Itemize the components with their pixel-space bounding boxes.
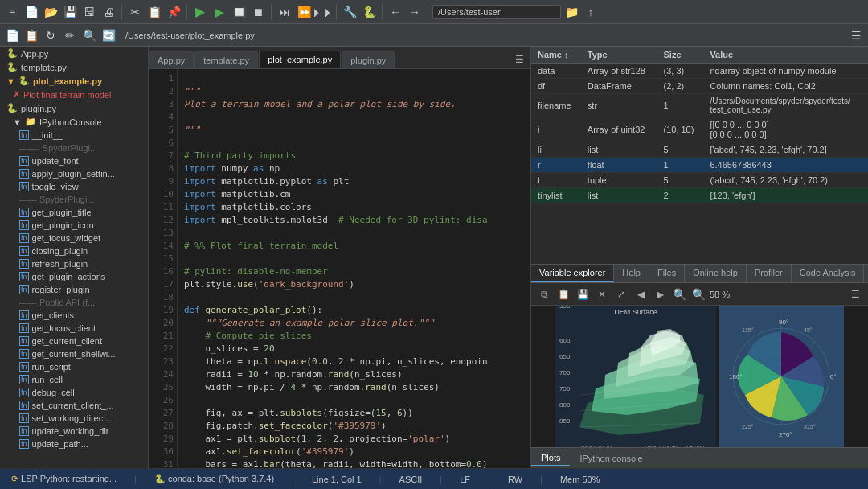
sidebar-item-get-actions[interactable]: fn get_plugin_actions [0, 270, 148, 283]
table-row[interactable]: data Array of str128 (3, 3) ndarray obje… [531, 64, 868, 79]
tab-profiler[interactable]: Profiler [747, 265, 792, 282]
cut-icon[interactable]: ✂ [126, 3, 144, 21]
sidebar-item-get-focus-client[interactable]: fn get_focus_client [0, 322, 148, 335]
tab-pluginpy[interactable]: plugin.py [342, 51, 395, 68]
sidebar-item-refresh[interactable]: fn refresh_plugin [0, 257, 148, 270]
sidebar-item-apply-plugin[interactable]: fn apply_plugin_settin... [0, 167, 148, 180]
sidebar-item-toggle-view[interactable]: fn toggle_view [0, 180, 148, 193]
delete-plot-icon[interactable]: ✕ [594, 286, 610, 302]
sidebar-item-get-current-shell[interactable]: fn get_current_shellwi... [0, 347, 148, 360]
table-row[interactable]: df DataFrame (2, 2) Column names: Col1, … [531, 79, 868, 94]
forward-icon[interactable]: → [406, 3, 424, 21]
copy2-icon[interactable]: 📋 [555, 286, 571, 302]
table-row[interactable]: i Array of uint32 (10, 10) [[0 0 0 ... 0… [531, 117, 868, 142]
sidebar-item-run-script[interactable]: fn run_script [0, 360, 148, 373]
options-icon[interactable]: ☰ [847, 27, 865, 44]
table-row[interactable]: li list 5 ['abcd', 745, 2.23, 'efgh', 70… [531, 142, 868, 158]
back-icon[interactable]: ← [387, 3, 404, 21]
col-type[interactable]: Type [581, 47, 657, 64]
tab-plotexamplepy[interactable]: plot_example.py [259, 51, 341, 68]
status-conda: 🐍 conda: base (Python 3.7.4) [149, 474, 279, 484]
sidebar-item-pluginpy[interactable]: 🐍 plugin.py [0, 101, 148, 115]
run-file-icon[interactable]: ▶ [211, 3, 228, 21]
tab-variable-explorer[interactable]: Variable explorer [531, 265, 614, 282]
sidebar-item-update-font[interactable]: fn update_font [0, 154, 148, 167]
tab-ipython-console[interactable]: IPython console [570, 451, 652, 466]
open-file-icon[interactable]: 📂 [42, 3, 59, 21]
table-row[interactable]: tinylist list 2 [123, 'efgh'] [531, 188, 868, 203]
sidebar-item-set-current[interactable]: fn set_current_client_... [0, 399, 148, 412]
sidebar-item-apppy[interactable]: 🐍 App.py [0, 47, 148, 60]
sidebar-item-plot-terrain[interactable]: ✗ Plot final terrain model [0, 88, 148, 101]
fn-icon: fn [19, 130, 29, 140]
tools-icon[interactable]: 🔧 [341, 3, 358, 21]
sidebar-item-init[interactable]: fn __init__ [0, 129, 148, 142]
new-file-icon[interactable]: 📄 [23, 3, 40, 21]
menu-icon[interactable]: ≡ [3, 3, 21, 21]
sidebar-item-get-clients[interactable]: fn get_clients [0, 309, 148, 322]
tab-help[interactable]: Help [614, 265, 649, 282]
path-input[interactable] [432, 5, 561, 19]
print-icon[interactable]: 🖨 [100, 3, 117, 21]
sidebar-item-set-working[interactable]: fn set_working_direct... [0, 412, 148, 425]
save-all-icon[interactable]: 🖫 [80, 3, 98, 21]
tab-online-help[interactable]: Online help [685, 265, 747, 282]
save-icon[interactable]: 💾 [61, 3, 79, 21]
tab-apppy[interactable]: App.py [149, 51, 194, 68]
step-over-icon[interactable]: ⏵⏵ [314, 3, 332, 21]
col-value[interactable]: Value [703, 47, 868, 64]
sidebar-item-plotexamplepy[interactable]: ▼ 🐍 plot_example.py [0, 74, 148, 88]
browse-icon[interactable]: 📁 [563, 3, 580, 21]
sidebar-item-get-focus[interactable]: fn get_focus_widget [0, 232, 148, 244]
stop-icon[interactable]: ⏹ [249, 3, 267, 21]
sidebar-item-get-current-client[interactable]: fn get_current_client [0, 335, 148, 347]
sidebar-item-debug-cell[interactable]: fn debug_cell [0, 386, 148, 399]
zoom-out-icon[interactable]: 🔍 [671, 286, 687, 302]
up-icon[interactable]: ↑ [582, 3, 600, 21]
copy-plot-icon[interactable]: ⧉ [536, 286, 552, 302]
sidebar-item-ipython[interactable]: ▼ 📁 IPythonConsole [0, 115, 148, 129]
table-row[interactable]: filename str 1 /Users/Documents/spyder/s… [531, 94, 868, 117]
tab-code-analysis[interactable]: Code Analysis [792, 265, 865, 282]
sidebar-item-closing[interactable]: fn closing_plugin [0, 244, 148, 257]
sidebar-item-update-path[interactable]: fn update_path... [0, 438, 148, 450]
sidebar-item-get-title[interactable]: fn get_plugin_title [0, 206, 148, 219]
save-plot-icon[interactable]: 💾 [575, 286, 591, 302]
var-type: float [581, 158, 657, 173]
tab-plots[interactable]: Plots [531, 450, 570, 466]
sidebar-label: register_plugin [32, 285, 90, 294]
reload-icon[interactable]: ↻ [42, 27, 59, 44]
copy-icon[interactable]: 📋 [145, 3, 163, 21]
search-icon[interactable]: 🔍 [80, 27, 98, 44]
zoom-in-icon[interactable]: 🔍 [690, 286, 706, 302]
var-type: str [581, 94, 657, 117]
col-name[interactable]: Name ↕ [531, 47, 581, 64]
tabs-menu-icon[interactable]: ☰ [509, 51, 530, 68]
fn-icon: fn [19, 285, 29, 294]
refresh-icon[interactable]: 🔄 [100, 27, 117, 44]
next-plot-icon[interactable]: ▶ [652, 286, 668, 302]
expand-plot-icon[interactable]: ⤢ [613, 286, 629, 302]
new-tab-icon[interactable]: 📄 [3, 27, 21, 44]
sidebar-item-register[interactable]: fn register_plugin [0, 283, 148, 296]
paste-icon[interactable]: 📌 [165, 3, 182, 21]
prev-plot-icon[interactable]: ◀ [633, 286, 649, 302]
plot-options-icon[interactable]: ☰ [847, 286, 863, 302]
code-editor[interactable]: """ Plot a terrain model and a polar plo… [178, 69, 530, 468]
tab-templatepy[interactable]: template.py [194, 51, 258, 68]
table-row[interactable]: r float 1 6.46567886443 [531, 158, 868, 173]
sidebar-item-update-working[interactable]: fn update_working_dir [0, 425, 148, 438]
sidebar-item-templatepy[interactable]: 🐍 template.py [0, 60, 148, 74]
edit-icon[interactable]: ✏ [61, 27, 79, 44]
col-size[interactable]: Size [657, 47, 703, 64]
table-row[interactable]: t tuple 5 ('abcd', 745, 2.23, 'efgh', 70… [531, 173, 868, 188]
python-icon[interactable]: 🐍 [360, 3, 378, 21]
sidebar-item-run-cell[interactable]: fn run_cell [0, 373, 148, 386]
step-icon[interactable]: ⏩ [295, 3, 313, 21]
run-icon[interactable]: ▶ [191, 3, 209, 21]
tab-files[interactable]: Files [649, 265, 685, 282]
sidebar-item-get-icon[interactable]: fn get_plugin_icon [0, 219, 148, 232]
debug-icon[interactable]: 🔲 [230, 3, 248, 21]
clone-icon[interactable]: 📋 [23, 27, 40, 44]
next-icon[interactable]: ⏭ [276, 3, 293, 21]
